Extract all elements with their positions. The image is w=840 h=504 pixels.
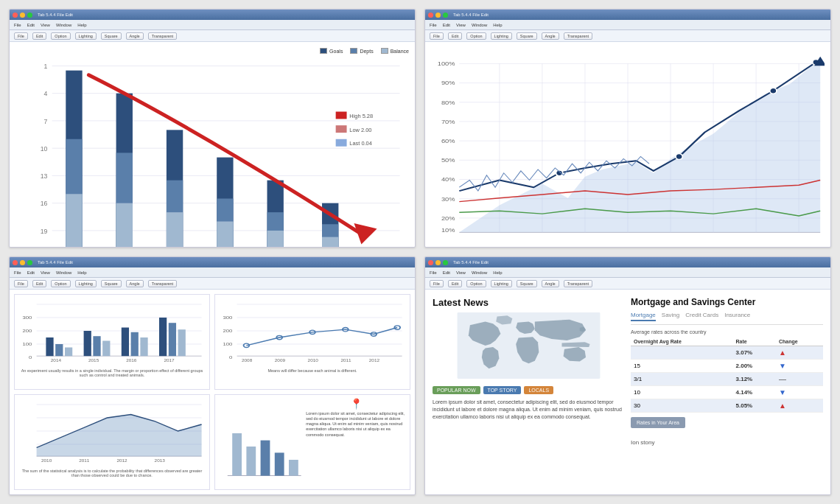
svg-text:2015: 2015 — [88, 359, 99, 363]
close-icon-4[interactable] — [428, 260, 433, 265]
title-bar-1: Tab 5.4.4 File Edit — [10, 10, 415, 20]
tag-locals[interactable]: LOCALS — [524, 386, 553, 394]
minimize-icon-4[interactable] — [435, 260, 441, 265]
toolbar-lighting-2[interactable]: Lighting — [491, 32, 512, 40]
svg-text:60%: 60% — [441, 138, 455, 144]
rate-term-3: 3/1 — [631, 373, 733, 386]
menu-view-4[interactable]: View — [456, 270, 466, 275]
small-chart-text-4: Lorem ipsum dolor sit amet, consectetur … — [306, 411, 407, 438]
toolbar-edit-4[interactable]: Edit — [448, 280, 462, 287]
toolbar-angle-1[interactable]: Angle — [126, 32, 144, 40]
tab-mortgage[interactable]: Mortgage — [631, 312, 656, 321]
tab-credit-cards[interactable]: Credit Cards — [685, 312, 718, 321]
toolbar-angle-3[interactable]: Angle — [126, 280, 144, 287]
menu-edit-1[interactable]: Edit — [27, 23, 35, 27]
toolbar-file-4[interactable]: File — [430, 280, 444, 287]
toolbar-file-1[interactable]: File — [14, 32, 28, 40]
svg-text:50%: 50% — [441, 157, 455, 164]
tag-top-story[interactable]: TOP STORY — [483, 386, 522, 394]
toolbar-transparent-4[interactable]: Transparent — [564, 280, 592, 287]
col-rate: Rate — [733, 337, 776, 346]
legend-balance-label: Balance — [391, 49, 409, 54]
close-icon-3[interactable] — [13, 260, 18, 265]
svg-rect-23 — [167, 212, 183, 247]
svg-text:40%: 40% — [441, 176, 455, 183]
legend-goals-label: Goals — [329, 49, 343, 54]
toolbar-edit-1[interactable]: Edit — [32, 32, 46, 40]
small-chart-label-2: Means will differ because each animal is… — [218, 368, 407, 373]
toolbar-lighting-4[interactable]: Lighting — [491, 280, 512, 287]
line-chart-content: 100% 90% 80% 70% 60% 50% 40% 30% 20% 10% — [425, 42, 830, 247]
toolbar-option-1[interactable]: Option — [51, 32, 70, 40]
minimize-icon-3[interactable] — [20, 260, 25, 265]
toolbar-transparent-2[interactable]: Transparent — [564, 32, 592, 40]
svg-rect-93 — [169, 323, 176, 356]
menu-file-3[interactable]: File — [14, 270, 21, 275]
rate-change-2: ▼ — [776, 360, 823, 373]
toolbar-lighting-3[interactable]: Lighting — [75, 280, 97, 287]
menu-view-1[interactable]: View — [41, 23, 50, 27]
menu-help-1[interactable]: Help — [77, 23, 86, 27]
rate-row-4: 10 4.14% ▼ — [631, 386, 823, 399]
toolbar-edit-3[interactable]: Edit — [32, 280, 46, 287]
menu-file-2[interactable]: File — [430, 23, 437, 27]
news-body-text: Lorem ipsum dolor sit amet, consectetur … — [433, 399, 625, 420]
toolbar-lighting-1[interactable]: Lighting — [75, 32, 97, 40]
toolbar-square-2[interactable]: Square — [517, 32, 537, 40]
menu-file-1[interactable]: File — [14, 23, 21, 27]
toolbar-option-2[interactable]: Option — [466, 32, 486, 40]
minimize-icon-2[interactable] — [435, 13, 441, 18]
maximize-icon-3[interactable] — [27, 260, 32, 265]
rate-term-5: 30 — [631, 399, 733, 413]
toolbar-angle-2[interactable]: Angle — [542, 32, 559, 40]
svg-text:10%: 10% — [441, 227, 455, 234]
toolbar-square-4[interactable]: Square — [517, 280, 537, 287]
toolbar-option-4[interactable]: Option — [466, 280, 486, 287]
menu-edit-4[interactable]: Edit — [443, 270, 450, 275]
news-section: Latest News — [433, 297, 625, 487]
minimize-icon[interactable] — [20, 13, 25, 18]
toolbar-square-3[interactable]: Square — [101, 280, 122, 287]
small-line-svg-2: 0 100 200 300 2008 2009 2010 2011 2012 — [218, 298, 407, 364]
toolbar-square-1[interactable]: Square — [101, 32, 122, 40]
tab-insurance[interactable]: Insurance — [724, 312, 750, 321]
close-icon[interactable] — [13, 13, 18, 18]
toolbar-file-3[interactable]: File — [14, 280, 28, 287]
maximize-icon-2[interactable] — [443, 13, 448, 18]
rates-button[interactable]: Rates in Your Area — [631, 417, 685, 428]
svg-rect-130 — [232, 433, 242, 476]
toolbar-transparent-3[interactable]: Transparent — [148, 280, 177, 287]
svg-text:2009: 2009 — [275, 359, 285, 363]
svg-rect-94 — [178, 329, 186, 356]
menu-edit-3[interactable]: Edit — [27, 270, 35, 275]
tag-popular[interactable]: POPULAR NOW — [433, 386, 480, 394]
menu-window-4[interactable]: Window — [472, 270, 487, 275]
menu-window-2[interactable]: Window — [472, 23, 487, 27]
svg-text:Low 2.00: Low 2.00 — [349, 127, 371, 133]
menu-help-3[interactable]: Help — [77, 270, 86, 275]
rate-change-5: ▲ — [776, 399, 823, 413]
menu-help-4[interactable]: Help — [493, 270, 502, 275]
maximize-icon[interactable] — [27, 13, 32, 18]
menu-help-2[interactable]: Help — [493, 23, 502, 27]
maximize-icon-4[interactable] — [443, 260, 448, 265]
title-bar-3: Tab 5.4.4 File Edit — [10, 257, 415, 267]
svg-rect-89 — [122, 328, 129, 357]
menu-window-1[interactable]: Window — [56, 23, 71, 27]
toolbar-angle-4[interactable]: Angle — [542, 280, 559, 287]
legend-depts-label: Depts — [360, 49, 373, 54]
close-icon-2[interactable] — [428, 13, 433, 18]
menu-edit-2[interactable]: Edit — [443, 23, 450, 27]
svg-rect-32 — [322, 237, 338, 247]
toolbar-edit-2[interactable]: Edit — [448, 32, 462, 40]
tab-saving[interactable]: Saving — [662, 312, 679, 321]
menu-view-3[interactable]: View — [41, 270, 50, 275]
menu-window-3[interactable]: Window — [56, 270, 71, 275]
menu-view-2[interactable]: View — [456, 23, 466, 27]
svg-point-70 — [676, 154, 682, 160]
svg-rect-92 — [159, 318, 167, 356]
toolbar-option-3[interactable]: Option — [51, 280, 70, 287]
toolbar-transparent-1[interactable]: Transparent — [148, 32, 177, 40]
menu-file-4[interactable]: File — [430, 270, 437, 275]
toolbar-file-2[interactable]: File — [430, 32, 444, 40]
